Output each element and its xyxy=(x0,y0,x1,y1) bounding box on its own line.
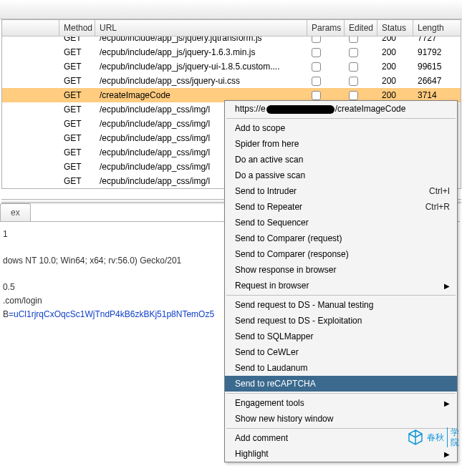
menu-item[interactable]: Send request to DS - Manual testing xyxy=(225,297,457,313)
cell-method: GET xyxy=(59,131,95,145)
cell-blank xyxy=(2,59,59,74)
menu-item-label: Send to Comparer (response) xyxy=(235,249,450,259)
menu-item-label: Send to CeWLer xyxy=(235,347,450,357)
raw-param-value: =uCl1rjrqCxOqcSc1WjTndP4kB6zkBKj51p8NTem… xyxy=(9,309,214,319)
table-row[interactable]: GET/ecpub/include/app_js/jquery-ui-1.8.5… xyxy=(2,59,461,74)
cell-edited xyxy=(345,37,377,45)
checkbox-icon xyxy=(312,91,321,100)
menu-item[interactable]: Send to RepeaterCtrl+R xyxy=(225,199,457,215)
checkbox-icon xyxy=(349,48,358,57)
menu-item[interactable]: Send to reCAPTCHA xyxy=(225,376,457,392)
menu-item-label: Highlight xyxy=(235,449,444,459)
menu-item-label: Request in browser xyxy=(235,281,444,291)
col-status[interactable]: Status xyxy=(377,20,413,36)
cell-blank xyxy=(2,45,59,59)
raw-line: 1 xyxy=(3,229,8,239)
menu-item-label: Send request to DS - Exploitation xyxy=(235,316,450,326)
menu-item[interactable]: Do an active scan xyxy=(225,152,457,167)
menu-item[interactable]: Send to Laudanum xyxy=(225,360,457,376)
cell-blank xyxy=(2,145,59,160)
cell-blank xyxy=(2,174,59,188)
cell-blank xyxy=(2,160,59,174)
table-row[interactable]: GET/ecpub/include/app_js/jquery.jqtransf… xyxy=(2,37,461,45)
menu-item-label: Send to Repeater xyxy=(235,202,411,212)
cell-length: 26647 xyxy=(413,74,453,88)
menu-item-label: Send request to DS - Manual testing xyxy=(235,300,450,310)
menu-item-label: Send to Intruder xyxy=(235,186,415,196)
table-header-row: Method URL Params Edited Status Length xyxy=(2,20,461,37)
table-row[interactable]: GET/ecpub/include/app_js/jquery-1.6.3.mi… xyxy=(2,45,461,59)
cell-status: 200 xyxy=(377,74,413,88)
cell-method: GET xyxy=(59,174,95,188)
menu-item-label: Add to scope xyxy=(235,123,450,133)
cell-method: GET xyxy=(59,45,95,59)
checkbox-icon xyxy=(312,62,321,72)
menu-item-label: Send to Laudanum xyxy=(235,363,450,373)
submenu-arrow-icon: ▶ xyxy=(444,282,450,290)
cell-blank xyxy=(2,131,59,145)
table-row[interactable]: GET/ecpub/include/app_css/jquery-ui.css2… xyxy=(2,74,461,88)
cell-blank xyxy=(2,117,59,131)
cell-status: 200 xyxy=(377,37,413,45)
menu-item[interactable]: Request in browser▶ xyxy=(225,278,457,293)
menu-item[interactable]: Add to scope xyxy=(225,120,457,136)
menu-item-label: Send to reCAPTCHA xyxy=(235,379,450,389)
checkbox-icon xyxy=(349,77,358,86)
cell-status: 200 xyxy=(377,59,413,74)
cell-length: 7727 xyxy=(413,37,453,45)
cell-url: /ecpub/include/app_js/jquery-ui-1.8.5.cu… xyxy=(95,59,307,74)
cell-edited xyxy=(345,59,377,74)
context-menu[interactable]: https://e/createImageCode Add to scopeSp… xyxy=(224,100,458,462)
menu-item[interactable]: Send to Sequencer xyxy=(225,215,457,230)
cell-method: GET xyxy=(59,74,95,88)
watermark-text: 春秋 xyxy=(427,432,444,444)
raw-line: dows NT 10.0; Win64; x64; rv:56.0) Gecko… xyxy=(3,256,181,266)
menu-item[interactable]: Show new history window xyxy=(225,411,457,427)
menu-item[interactable]: Show response in browser xyxy=(225,262,457,278)
menu-item[interactable]: Do a passive scan xyxy=(225,167,457,183)
cell-method: GET xyxy=(59,160,95,174)
menu-item-label: Engagement tools xyxy=(235,398,444,408)
raw-line: .com/login xyxy=(3,296,42,306)
cell-edited xyxy=(345,74,377,88)
cell-length: 91792 xyxy=(413,45,453,59)
menu-item[interactable]: Highlight▶ xyxy=(225,446,457,462)
cell-params xyxy=(307,37,345,45)
tab-ex[interactable]: ex xyxy=(0,203,31,221)
menu-item[interactable]: Spider from here xyxy=(225,136,457,152)
checkbox-icon xyxy=(349,37,358,43)
cell-method: GET xyxy=(59,145,95,160)
menu-item[interactable]: Send to Comparer (response) xyxy=(225,246,457,262)
menu-item[interactable]: Send to Comparer (request) xyxy=(225,230,457,246)
cell-edited xyxy=(345,45,377,59)
watermark-logo: 春秋 学院 xyxy=(407,427,459,447)
cell-method: GET xyxy=(59,59,95,74)
menu-target-url[interactable]: https://e/createImageCode xyxy=(225,101,457,117)
cell-params xyxy=(307,45,345,59)
cell-method: GET xyxy=(59,37,95,45)
col-method[interactable]: Method xyxy=(59,20,95,36)
col-length[interactable]: Length xyxy=(413,20,453,36)
menu-shortcut: Ctrl+I xyxy=(429,186,450,196)
cell-blank xyxy=(2,88,59,102)
col-url[interactable]: URL xyxy=(95,20,307,36)
col-edited[interactable]: Edited xyxy=(345,20,377,36)
submenu-arrow-icon: ▶ xyxy=(444,450,450,458)
menu-item[interactable]: Send to SQLMapper xyxy=(225,329,457,344)
cell-blank xyxy=(2,74,59,88)
menu-item[interactable]: Send request to DS - Exploitation xyxy=(225,313,457,329)
url-prefix: https://e xyxy=(235,104,266,114)
cell-params xyxy=(307,59,345,74)
col-params[interactable]: Params xyxy=(307,20,345,36)
cell-length: 99615 xyxy=(413,59,453,74)
cell-method: GET xyxy=(59,88,95,102)
col-blank[interactable] xyxy=(2,20,59,36)
watermark-sub1: 学 xyxy=(451,427,459,437)
cell-blank xyxy=(2,102,59,117)
menu-item[interactable]: Send to CeWLer xyxy=(225,344,457,360)
checkbox-icon xyxy=(312,37,321,43)
menu-item[interactable]: Send to IntruderCtrl+I xyxy=(225,183,457,199)
checkbox-icon xyxy=(312,77,321,86)
cell-url: /ecpub/include/app_js/jquery.jqtransform… xyxy=(95,37,307,45)
menu-item[interactable]: Engagement tools▶ xyxy=(225,395,457,411)
